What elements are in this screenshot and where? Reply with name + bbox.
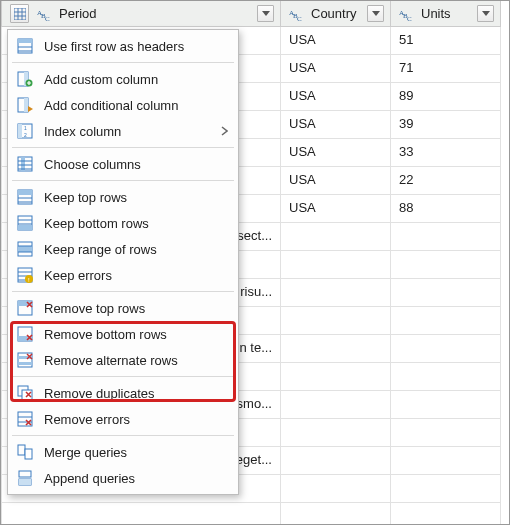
menu-separator [12, 291, 234, 292]
remove-duplicates-icon [16, 384, 34, 402]
cell-country[interactable] [281, 447, 391, 475]
menu-label: Remove bottom rows [44, 327, 228, 342]
menu-index-column[interactable]: 12 Index column [8, 118, 238, 144]
cell-country[interactable]: USA [281, 83, 391, 111]
menu-add-conditional-column[interactable]: Add conditional column [8, 92, 238, 118]
menu-remove-bottom-rows[interactable]: Remove bottom rows [8, 321, 238, 347]
filter-dropdown[interactable] [477, 5, 494, 22]
menu-remove-top-rows[interactable]: Remove top rows [8, 295, 238, 321]
cell-country[interactable]: USA [281, 195, 391, 223]
cell-units[interactable]: 51 [391, 27, 501, 55]
column-header-units[interactable]: ABC Units [391, 1, 501, 27]
cell-country[interactable]: USA [281, 111, 391, 139]
menu-label: Remove errors [44, 412, 228, 427]
menu-label: Remove duplicates [44, 386, 228, 401]
keep-errors-icon: ! [16, 266, 34, 284]
menu-separator [12, 376, 234, 377]
table-icon[interactable] [10, 4, 29, 23]
cell-country[interactable] [281, 279, 391, 307]
svg-text:C: C [45, 15, 50, 21]
cell-units[interactable] [391, 419, 501, 447]
svg-rect-37 [18, 225, 32, 230]
merge-queries-icon [16, 443, 34, 461]
cell-units[interactable] [391, 363, 501, 391]
cell-units[interactable] [391, 335, 501, 363]
cell-country[interactable] [281, 363, 391, 391]
cell-units[interactable] [391, 447, 501, 475]
menu-add-custom-column[interactable]: Add custom column [8, 66, 238, 92]
column-name: Country [311, 6, 361, 21]
conditional-column-icon [16, 96, 34, 114]
keep-top-rows-icon [16, 188, 34, 206]
column-name: Units [421, 6, 471, 21]
svg-rect-24 [18, 124, 22, 138]
cell-units[interactable]: 88 [391, 195, 501, 223]
svg-text:C: C [297, 15, 302, 21]
cell-units[interactable]: 39 [391, 111, 501, 139]
menu-keep-bottom-rows[interactable]: Keep bottom rows [8, 210, 238, 236]
cell-units[interactable] [391, 475, 501, 503]
menu-separator [12, 435, 234, 436]
menu-remove-duplicates[interactable]: Remove duplicates [8, 380, 238, 406]
menu-label: Add custom column [44, 72, 228, 87]
menu-keep-errors[interactable]: ! Keep errors [8, 262, 238, 288]
keep-range-rows-icon [16, 240, 34, 258]
menu-label: Append queries [44, 471, 228, 486]
cell-period[interactable] [1, 503, 281, 525]
cell-country[interactable] [281, 503, 391, 525]
cell-units[interactable] [391, 391, 501, 419]
cell-units[interactable] [391, 307, 501, 335]
cell-units[interactable]: 22 [391, 167, 501, 195]
column-header-country[interactable]: ABC Country [281, 1, 391, 27]
cell-country[interactable] [281, 307, 391, 335]
index-column-icon: 12 [16, 122, 34, 140]
cell-country[interactable]: USA [281, 167, 391, 195]
append-queries-icon [16, 469, 34, 487]
menu-merge-queries[interactable]: Merge queries [8, 439, 238, 465]
cell-units[interactable]: 71 [391, 55, 501, 83]
filter-dropdown[interactable] [257, 5, 274, 22]
menu-label: Remove alternate rows [44, 353, 228, 368]
menu-keep-top-rows[interactable]: Keep top rows [8, 184, 238, 210]
cell-units[interactable] [391, 223, 501, 251]
menu-label: Merge queries [44, 445, 228, 460]
cell-units[interactable] [391, 503, 501, 525]
use-first-row-icon [16, 37, 34, 55]
menu-use-first-row-as-headers[interactable]: Use first row as headers [8, 33, 238, 59]
cell-country[interactable]: USA [281, 139, 391, 167]
column-header-period[interactable]: ABC Period [1, 1, 281, 27]
menu-label: Keep top rows [44, 190, 228, 205]
cell-country[interactable]: USA [281, 27, 391, 55]
cell-country[interactable] [281, 223, 391, 251]
cell-country[interactable] [281, 391, 391, 419]
cell-country[interactable] [281, 475, 391, 503]
column-name: Period [59, 6, 251, 21]
cell-units[interactable]: 33 [391, 139, 501, 167]
cell-units[interactable] [391, 279, 501, 307]
add-column-icon [16, 70, 34, 88]
context-menu: Use first row as headers Add custom colu… [7, 29, 239, 495]
menu-remove-alternate-rows[interactable]: Remove alternate rows [8, 347, 238, 373]
menu-label: Add conditional column [44, 98, 228, 113]
cell-units[interactable]: 89 [391, 83, 501, 111]
menu-append-queries[interactable]: Append queries [8, 465, 238, 491]
svg-text:2: 2 [24, 132, 27, 138]
cell-country[interactable] [281, 419, 391, 447]
menu-keep-range-of-rows[interactable]: Keep range of rows [8, 236, 238, 262]
menu-label: Choose columns [44, 157, 228, 172]
cell-units[interactable] [391, 251, 501, 279]
cell-country[interactable]: USA [281, 55, 391, 83]
svg-rect-22 [24, 98, 28, 112]
menu-label: Keep bottom rows [44, 216, 228, 231]
menu-label: Keep range of rows [44, 242, 228, 257]
svg-rect-67 [19, 479, 31, 485]
cell-country[interactable] [281, 335, 391, 363]
menu-choose-columns[interactable]: Choose columns [8, 151, 238, 177]
filter-dropdown[interactable] [367, 5, 384, 22]
svg-text:C: C [407, 15, 412, 21]
text-type-icon: ABC [399, 7, 415, 21]
menu-remove-errors[interactable]: Remove errors [8, 406, 238, 432]
chevron-right-icon [221, 124, 228, 139]
cell-country[interactable] [281, 251, 391, 279]
menu-label: Use first row as headers [44, 39, 228, 54]
